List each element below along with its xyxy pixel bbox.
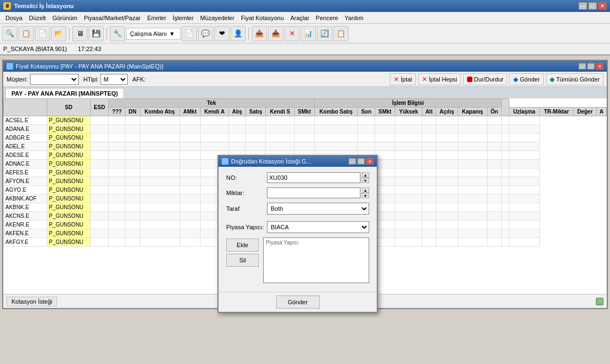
minimize-button[interactable]: — <box>578 2 587 10</box>
toolbar-btn-tools[interactable]: 🔧 <box>110 26 125 41</box>
toolbar-btn-7[interactable]: 📄 <box>182 26 197 41</box>
toolbar-btn-15[interactable]: 🔄 <box>317 26 332 41</box>
dialog-title-icon <box>222 158 228 165</box>
table-row[interactable]: ADBGR.EP_GUNSONU <box>4 134 607 142</box>
cell-empty <box>179 125 200 134</box>
cell-empty <box>200 134 229 142</box>
dialog-miktar-input[interactable] <box>267 187 360 198</box>
dur-icon <box>467 77 472 82</box>
toolbar-btn-11[interactable]: 📤 <box>252 26 267 41</box>
menu-item-emirler[interactable]: Emirler <box>144 14 170 22</box>
ekle-button[interactable]: Ekle <box>226 239 259 252</box>
close-button[interactable]: ✕ <box>598 2 607 10</box>
cell-symbol: AKENR.E <box>4 221 47 229</box>
cell-empty <box>501 238 509 247</box>
cell-empty <box>436 168 458 177</box>
no-spin-down[interactable]: ▼ <box>362 178 369 183</box>
dialog-content: NO: ▲ ▼ Miktar: ▲ ▼ Taraf B <box>219 167 377 292</box>
dialog-list-area: Ekle Sil Piyasa Yapıcı <box>226 237 369 283</box>
menu-item-piyasa[interactable]: Piyasa//Market/Pazar <box>80 14 144 22</box>
toolbar-btn-5[interactable]: 🖥 <box>72 26 88 41</box>
dialog-piyasa-select[interactable]: BIACA <box>267 221 369 233</box>
col-acilis: Açılış <box>436 108 458 116</box>
dialog-gonder-button[interactable]: Gönder <box>276 296 320 309</box>
toolbar-btn-12[interactable]: 📥 <box>268 26 283 41</box>
dialog[interactable]: Doğrudan Kotasyon İsteği G... — □ ✕ NO: … <box>217 155 378 313</box>
col-deger: Değer <box>574 108 596 116</box>
toolbar-btn-16[interactable]: 📋 <box>333 26 348 41</box>
dialog-close-btn[interactable]: ✕ <box>366 158 374 165</box>
cell-empty <box>140 125 179 134</box>
cell-empty <box>487 194 501 203</box>
cell-empty <box>458 134 487 142</box>
toolbar-btn-3[interactable]: 📄 <box>35 26 50 41</box>
cell-empty <box>109 186 126 194</box>
tumunu-gonder-button[interactable]: ◆ Tümünü Gönder <box>546 73 603 85</box>
toolbar-btn-6[interactable]: 💾 <box>89 26 104 41</box>
maximize-button[interactable]: □ <box>588 2 597 10</box>
cell-empty <box>90 160 108 168</box>
htipi-select[interactable]: M <box>101 74 128 85</box>
cell-empty <box>436 125 458 134</box>
cell-empty <box>90 125 108 134</box>
outer-window-title: Temsilci İş İstasyonu <box>14 3 74 9</box>
menu-item-yardim[interactable]: Yardım <box>341 14 367 22</box>
dialog-taraf-select[interactable]: Both Buy Sell <box>267 203 369 215</box>
kotasyon-istegi-button[interactable]: Kotasyon İsteği <box>7 297 57 306</box>
col-dn: DN <box>126 108 140 116</box>
miktar-spin-down[interactable]: ▼ <box>362 193 369 198</box>
inner-close-btn[interactable]: ✕ <box>596 63 603 70</box>
menu-item-dosya[interactable]: Dosya <box>2 14 26 22</box>
tab-pay[interactable]: PAY - PAY ANA PAZARI (MAİNSPTEQ) <box>5 88 124 98</box>
table-row[interactable]: ADEL.EP_GUNSONU <box>4 142 607 151</box>
cell-empty <box>126 194 140 203</box>
toolbar-btn-13[interactable]: ✕ <box>284 26 300 41</box>
menu-item-fiyat-kotasyonu[interactable]: Fiyat Kotasyonu <box>238 14 287 22</box>
dialog-maximize-btn[interactable]: □ <box>357 158 365 165</box>
table-row[interactable]: ACSEL.EP_GUNSONU <box>4 116 607 125</box>
iptal-hepsi-icon: ✕ <box>422 76 427 83</box>
toolbar-btn-8[interactable]: 💬 <box>198 26 213 41</box>
menu-item-duzelt[interactable]: Düzelt <box>26 14 49 22</box>
cell-sd: P_GUNSONU <box>47 142 91 151</box>
inner-minimize-btn[interactable]: — <box>578 63 586 70</box>
toolbar-btn-9[interactable]: ❤ <box>214 26 229 41</box>
cell-empty <box>314 134 357 142</box>
cell-empty <box>179 212 200 221</box>
table-row[interactable]: ADANA.EP_GUNSONU <box>4 125 607 134</box>
toolbar-btn-14[interactable]: 📊 <box>301 26 316 41</box>
dur-durdur-button[interactable]: Dur/Durdur <box>463 73 507 85</box>
cell-empty <box>501 160 509 168</box>
cell-empty <box>458 194 487 203</box>
dialog-no-input[interactable] <box>267 172 360 183</box>
cell-empty <box>375 142 395 151</box>
no-spin-up[interactable]: ▲ <box>362 172 369 178</box>
cell-empty <box>109 151 126 160</box>
iptal-hepsi-button[interactable]: ✕ İptal Hepsi <box>418 73 461 85</box>
cell-empty <box>487 160 501 168</box>
toolbar-btn-4[interactable]: 📂 <box>51 26 66 41</box>
inner-maximize-btn[interactable]: □ <box>587 63 595 70</box>
gonder-button[interactable]: ◆ Gönder <box>509 73 544 85</box>
toolbar-btn-2[interactable]: 📋 <box>18 26 34 41</box>
menu-item-muzayedeler[interactable]: Müzayedeler <box>197 14 238 22</box>
sil-button[interactable]: Sil <box>226 254 259 267</box>
toolbar-btn-search[interactable]: 🔍 <box>2 26 17 41</box>
miktar-spin-up[interactable]: ▲ <box>362 187 369 193</box>
musteri-select[interactable] <box>30 74 79 85</box>
inner-window-title: Fiyat Kotasyonu [PAY - PAY ANA PAZARI (M… <box>16 63 163 70</box>
cell-symbol: ADBGR.E <box>4 134 47 142</box>
cell-empty <box>314 116 357 125</box>
dialog-title-controls: — □ ✕ <box>348 158 374 165</box>
cell-empty <box>422 194 435 203</box>
menu-item-islemler[interactable]: İşlemler <box>170 14 197 22</box>
toolbar-workspace-dropdown[interactable]: Çalışma Alanı ▼ <box>126 28 180 40</box>
iptal-button[interactable]: ✕ İptal <box>390 73 416 85</box>
menu-item-pencere[interactable]: Pencere <box>313 14 341 22</box>
cell-symbol: ACSEL.E <box>4 116 47 125</box>
dialog-minimize-btn[interactable]: — <box>348 158 356 165</box>
menu-item-gorunum[interactable]: Görünüm <box>49 14 80 22</box>
menu-item-araclar[interactable]: Araçlar <box>287 14 313 22</box>
cell-empty <box>200 116 229 125</box>
toolbar-btn-10[interactable]: 👤 <box>231 26 246 41</box>
